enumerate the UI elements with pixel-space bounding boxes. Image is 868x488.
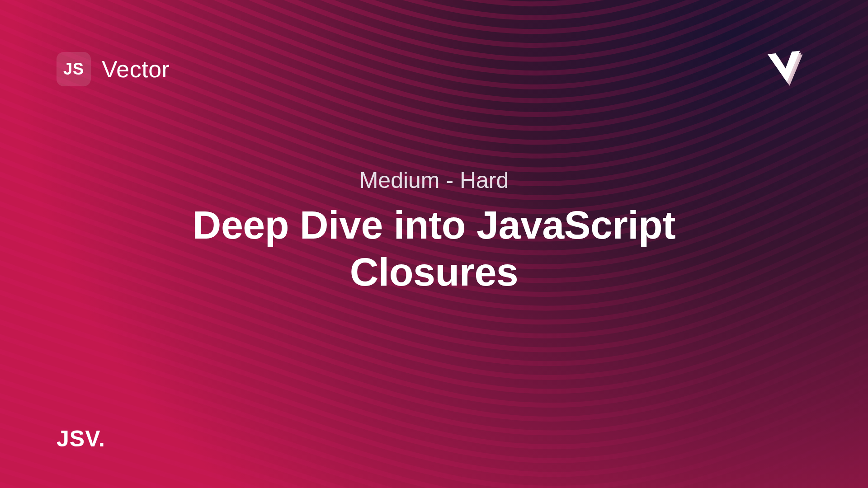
brand-badge-text: JS	[63, 60, 84, 79]
brand-name: Vector	[102, 56, 170, 83]
difficulty-label: Medium - Hard	[127, 167, 741, 193]
brand-badge: JS	[57, 52, 91, 86]
header-brand: JS Vector	[57, 52, 170, 86]
footer-abbr: JSV.	[57, 426, 105, 452]
page-title: Deep Dive into JavaScript Closures	[127, 202, 741, 296]
hero-content: Medium - Hard Deep Dive into JavaScript …	[0, 167, 868, 296]
vector-logo-icon	[764, 45, 807, 90]
